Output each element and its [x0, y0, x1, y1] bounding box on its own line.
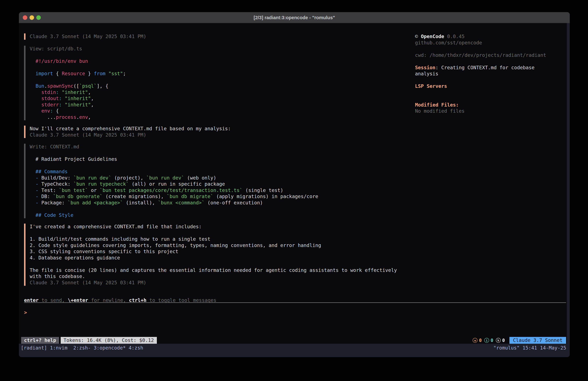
term-line: 4. Database operations guidance — [30, 255, 397, 261]
terminal-content: Claude 3.7 Sonnet (14 May 2025 03:41 PM)… — [19, 23, 570, 357]
text-segment: for newline, — [88, 297, 129, 303]
text-segment: Package: — [38, 200, 68, 205]
chat-input[interactable]: > — [24, 310, 563, 329]
text-segment — [30, 194, 36, 199]
term-line — [30, 230, 397, 236]
text-segment: } — [85, 71, 94, 76]
term-line: import { Resource } from "sst"; — [30, 70, 126, 77]
minimize-button[interactable] — [30, 15, 34, 20]
text-segment: (single test) — [243, 187, 283, 193]
text-segment: Resource — [62, 71, 85, 76]
text-segment: 4. Database operations guidance — [30, 255, 120, 261]
text-segment — [30, 102, 41, 108]
term-line: - Test: `bun test` or `bun test packages… — [30, 187, 318, 194]
text-segment: (project), — [111, 175, 146, 181]
scrollbar-track[interactable] — [567, 23, 570, 344]
text-segment: TypeCheck: — [38, 181, 73, 187]
text-segment: "inherit" — [65, 96, 91, 101]
text-segment: 3. CSS styling conventions specific to t… — [30, 249, 178, 254]
text-segment: process — [56, 114, 76, 120]
text-segment: stderr — [41, 102, 59, 108]
text-segment: `bunx <command>` — [158, 200, 205, 205]
term-line: ## Code Style — [30, 212, 318, 218]
text-segment: "sst" — [108, 71, 123, 76]
term-line — [30, 77, 126, 83]
text-segment: `bun run dev` — [73, 175, 111, 181]
text-segment: ; — [123, 71, 126, 76]
term-line: - Build/Dev: `bun run dev` (project), `b… — [30, 175, 318, 181]
text-segment: ], { — [97, 83, 108, 89]
h-circle-icon: h — [496, 338, 501, 343]
assistant-message-block: Now I'll create a comprehensive CONTEXT.… — [24, 126, 231, 138]
term-line: stdin: "inherit", — [30, 89, 126, 96]
term-line — [415, 58, 567, 65]
text-segment: Build/Dev: — [38, 175, 73, 181]
text-segment: to toggle tool messages — [147, 297, 216, 303]
close-button[interactable] — [23, 15, 27, 20]
term-line: 2. Code style guidelines covering import… — [30, 242, 397, 249]
text-segment: - — [36, 175, 38, 181]
text-segment — [30, 90, 41, 95]
term-line: env: { — [30, 108, 126, 114]
input-divider — [24, 302, 566, 303]
text-segment: Claude 3.7 Sonnet (14 May 2025 03:41 PM) — [30, 34, 146, 39]
text-segment: `bun db generate` — [53, 194, 103, 199]
text-segment: The file is concise (20 lines) and captu… — [30, 267, 397, 273]
text-segment: ## Commands — [30, 169, 68, 174]
tool-call-write-block: Write: CONTEXT.md # Radiant Project Guid… — [24, 144, 318, 218]
text-segment — [30, 187, 36, 193]
text-segment: Test: — [38, 187, 59, 193]
term-line: 1. Build/lint/test commands including ho… — [30, 236, 397, 242]
text-segment: import — [36, 71, 53, 76]
text-segment: ([ — [73, 83, 79, 89]
terminal-window: [2/3] radiant:3:opencode - "romulus" Cla… — [19, 12, 570, 357]
term-line: No modified files — [415, 108, 567, 114]
status-bar-left: ctrl+? help Tokens: 16.4K (8%), Cost: $0… — [21, 337, 157, 344]
text-segment: (install), — [123, 200, 158, 205]
text-segment: `bun test` — [59, 187, 88, 193]
text-segment: 0.0.45 — [444, 34, 464, 39]
text-segment — [105, 71, 108, 76]
text-segment — [59, 90, 62, 95]
text-segment — [62, 96, 65, 101]
zoom-button[interactable] — [36, 15, 41, 20]
help-chip: ctrl+? help — [21, 337, 59, 344]
text-segment: . — [76, 114, 79, 120]
term-line — [30, 261, 397, 267]
text-segment: #!/usr/bin/env bun — [30, 58, 88, 64]
text-segment: (web only) — [184, 175, 216, 181]
text-segment — [30, 108, 41, 114]
text-segment: OpenCode — [421, 34, 444, 39]
text-segment: spawnSync — [47, 83, 73, 89]
text-segment: \+enter — [68, 297, 88, 303]
w-circle-icon: w — [473, 338, 478, 343]
text-segment — [30, 71, 36, 76]
diagnostic-count: 0 — [491, 338, 493, 343]
text-segment: ## Code Style — [30, 212, 73, 218]
text-segment: `psql` — [79, 83, 97, 89]
term-line: cwd: /home/thdxr/dev/projects/radiant/ra… — [415, 52, 567, 58]
term-line: with this codebase. — [30, 273, 397, 280]
text-segment: LSP Servers — [415, 83, 447, 89]
term-line: View: script/db.ts — [30, 46, 126, 52]
text-segment: cwd: /home/thdxr/dev/projects/radiant/ra… — [415, 52, 546, 58]
text-segment — [30, 181, 36, 187]
text-segment: DB: — [38, 194, 53, 199]
text-segment: - — [36, 194, 38, 199]
text-segment: Claude 3.7 Sonnet (14 May 2025 03:41 PM) — [30, 132, 146, 138]
term-line: Claude 3.7 Sonnet (14 May 2025 03:41 PM) — [30, 132, 231, 138]
text-segment: or — [88, 187, 100, 193]
text-segment: from — [94, 71, 105, 76]
diagnostic-count: 0 — [502, 338, 505, 343]
text-segment: Session — [415, 65, 435, 70]
text-segment: : Creating CONTEXT.md for codebase — [435, 65, 534, 70]
i-circle-icon: i — [484, 338, 489, 343]
model-badge: Claude 3.7 Sonnet — [509, 337, 566, 344]
text-segment: to send, — [39, 297, 68, 303]
term-line: I've created a comprehensive CONTEXT.md … — [30, 224, 397, 230]
text-segment: - — [36, 181, 38, 187]
term-line — [30, 206, 318, 212]
term-line: Bun.spawnSync([`psql`], { — [30, 83, 126, 89]
term-line: - TypeCheck: `bun run typecheck` (all) o… — [30, 181, 318, 187]
term-line: ## Commands — [30, 169, 318, 175]
